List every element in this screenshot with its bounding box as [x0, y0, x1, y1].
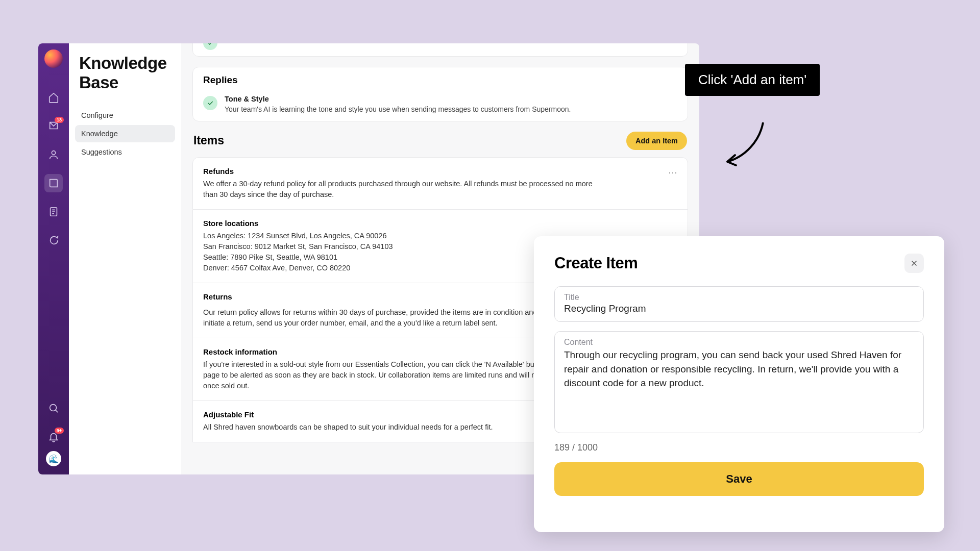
- title-label: Title: [564, 293, 914, 302]
- notice-card: information next to messages.: [192, 43, 688, 57]
- char-counter: 189 / 1000: [554, 442, 924, 453]
- page-title: Knowledge Base: [75, 54, 175, 92]
- nav-knowledge[interactable]: Knowledge: [75, 125, 175, 142]
- nav-configure[interactable]: Configure: [75, 107, 175, 124]
- replies-heading: Replies: [193, 67, 688, 89]
- create-item-modal: Create Item Title Content 189 / 1000 Sav…: [534, 236, 944, 532]
- svg-point-0: [52, 151, 55, 155]
- items-heading: Items: [193, 134, 224, 147]
- forms-icon[interactable]: [47, 206, 60, 218]
- search-icon[interactable]: [47, 402, 60, 414]
- title-field[interactable]: Title: [554, 286, 924, 322]
- app-logo: [44, 49, 63, 68]
- modal-title: Create Item: [554, 254, 638, 272]
- inbox-icon[interactable]: 13: [47, 120, 60, 132]
- notifications-icon[interactable]: 9+: [47, 431, 60, 443]
- replies-card: Replies Tone & Style Your team's AI is l…: [192, 67, 688, 121]
- check-icon: [203, 96, 217, 110]
- tutorial-arrow-icon: [720, 118, 771, 169]
- items-header: Items Add an Item: [193, 132, 687, 150]
- more-icon[interactable]: ⋯: [668, 167, 678, 178]
- inbox-badge: 13: [55, 117, 64, 123]
- home-icon[interactable]: [47, 91, 60, 104]
- sidebar-panel: Knowledge Base Configure Knowledge Sugge…: [69, 43, 181, 474]
- replies-title: Tone & Style: [225, 95, 571, 103]
- content-label: Content: [564, 338, 914, 347]
- tutorial-callout: Click 'Add an item': [685, 64, 820, 96]
- add-item-button[interactable]: Add an Item: [626, 132, 687, 150]
- check-icon: [203, 43, 217, 50]
- item-row[interactable]: ⋯ Refunds We offer a 30-day refund polic…: [192, 157, 688, 210]
- item-body: We offer a 30-day refund policy for all …: [203, 179, 601, 200]
- title-input[interactable]: [564, 303, 914, 314]
- notice-text: information next to messages.: [225, 43, 320, 45]
- contacts-icon[interactable]: [47, 148, 60, 161]
- item-title: Store locations: [203, 219, 677, 228]
- save-button[interactable]: Save: [554, 462, 924, 496]
- nav-suggestions[interactable]: Suggestions: [75, 143, 175, 161]
- chat-icon[interactable]: [47, 234, 60, 246]
- notifications-badge: 9+: [55, 428, 64, 434]
- content-input[interactable]: [564, 348, 914, 409]
- svg-point-2: [50, 405, 57, 411]
- content-field[interactable]: Content: [554, 331, 924, 433]
- sidebar-rail: 13 9+ 🌊: [38, 43, 69, 474]
- close-button[interactable]: [904, 254, 924, 273]
- replies-desc: Your team's AI is learning the tone and …: [225, 105, 571, 115]
- avatar[interactable]: 🌊: [46, 451, 61, 466]
- item-title: Refunds: [203, 167, 677, 176]
- knowledge-icon[interactable]: [44, 174, 63, 192]
